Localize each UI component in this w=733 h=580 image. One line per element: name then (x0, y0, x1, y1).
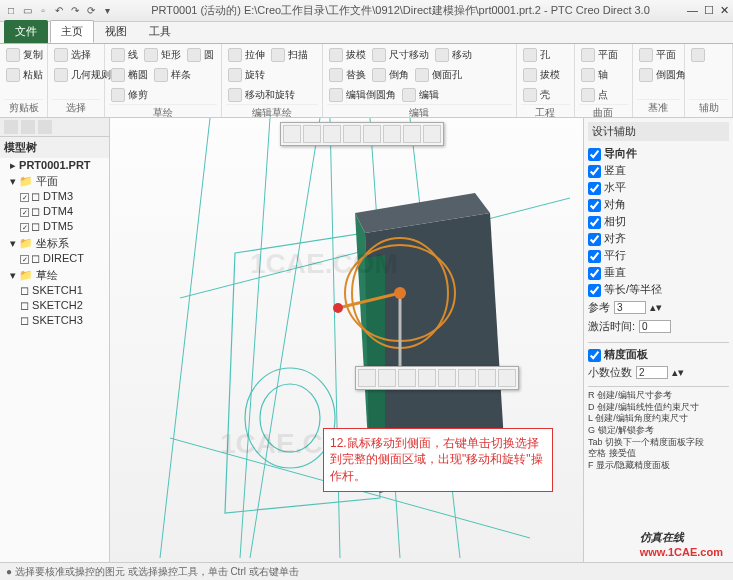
snap-check[interactable]: 相切 (588, 213, 729, 230)
cancel-icon[interactable] (498, 369, 516, 387)
tab-tools[interactable]: 工具 (138, 20, 182, 43)
refit-icon[interactable] (343, 125, 361, 143)
tab-view[interactable]: 视图 (94, 20, 138, 43)
ribbon-item[interactable]: 椭圆 (109, 66, 150, 84)
zoom-in-icon[interactable] (303, 125, 321, 143)
viewport[interactable]: 1CAE.COM 1CAE.COM 12.鼠标移动到侧面，右键单击切换选择到完整… (110, 118, 583, 562)
snap-check[interactable]: 等长/等半径 (588, 281, 729, 298)
ribbon-item[interactable]: 修剪 (109, 86, 150, 104)
tree-leaf[interactable]: ✓◻ DTM5 (20, 219, 109, 234)
regen-icon[interactable]: ⟳ (84, 4, 98, 18)
maximize-icon[interactable]: ☐ (704, 4, 714, 17)
tree-leaf[interactable]: ◻ SKETCH2 (20, 298, 109, 313)
open-icon[interactable]: ▭ (20, 4, 34, 18)
ribbon-item[interactable]: 壳 (521, 86, 552, 104)
ribbon-item[interactable]: 选择 (52, 46, 93, 64)
undo-icon[interactable]: ↶ (52, 4, 66, 18)
tab-file[interactable]: 文件 (4, 20, 48, 43)
spinner-icon[interactable]: ▴▾ (650, 301, 662, 314)
ribbon-item[interactable]: 移动 (433, 46, 474, 64)
ref-row[interactable]: 参考 ▴▾ (588, 298, 729, 317)
snap-check[interactable]: 垂直 (588, 264, 729, 281)
display-style-icon[interactable] (363, 125, 381, 143)
ribbon-item[interactable]: 拉伸 (226, 46, 267, 64)
window-buttons[interactable]: — ☐ ✕ (687, 4, 729, 17)
decimal-input[interactable] (636, 366, 668, 379)
model-3d[interactable] (110, 118, 570, 558)
annot-icon[interactable] (403, 125, 421, 143)
ribbon-item[interactable]: 平面 (637, 46, 678, 64)
tree-leaf[interactable]: ✓◻ DTM4 (20, 204, 109, 219)
guide-check[interactable]: 导向件 (588, 145, 729, 162)
ribbon-item[interactable]: 旋转 (226, 66, 267, 84)
ribbon-item[interactable]: 复制 (4, 46, 45, 64)
close-icon[interactable]: ✕ (720, 4, 729, 17)
tree-toolbar[interactable] (0, 118, 109, 137)
more-icon[interactable] (458, 369, 476, 387)
ribbon-item[interactable]: 移动和旋转 (226, 86, 297, 104)
group-label: 编辑 (327, 104, 512, 118)
tree-leaf[interactable]: ✓◻ DIRECT (20, 251, 109, 266)
tab-home[interactable]: 主页 (50, 20, 94, 43)
tree-leaf[interactable]: ✓◻ DTM3 (20, 189, 109, 204)
ribbon-item[interactable]: 编辑倒圆角 (327, 86, 398, 104)
ribbon-item[interactable]: 拔模 (521, 66, 562, 84)
ref-input[interactable] (614, 301, 646, 314)
check-icon[interactable] (478, 369, 496, 387)
ribbon-item[interactable]: 线 (109, 46, 140, 64)
ribbon-item[interactable]: 粘贴 (4, 66, 45, 84)
snap-check[interactable]: 平行 (588, 247, 729, 264)
snap-check[interactable]: 对齐 (588, 230, 729, 247)
ribbon-item[interactable]: 轴 (579, 66, 610, 84)
snap-check[interactable]: 水平 (588, 179, 729, 196)
snap-check[interactable]: 对角 (588, 196, 729, 213)
redo-icon[interactable]: ↷ (68, 4, 82, 18)
offset-icon[interactable] (418, 369, 436, 387)
save-icon[interactable]: ▫ (36, 4, 50, 18)
ribbon-item[interactable]: 样条 (152, 66, 193, 84)
tree-leaf[interactable]: ◻ SKETCH1 (20, 283, 109, 298)
tool-icon (54, 48, 68, 62)
ribbon-item[interactable]: 尺寸移动 (370, 46, 431, 64)
new-icon[interactable]: □ (4, 4, 18, 18)
ribbon-item[interactable]: 侧面孔 (413, 66, 464, 84)
zoom-fit-icon[interactable] (283, 125, 301, 143)
ribbon-item[interactable]: 编辑 (400, 86, 441, 104)
zoom-out-icon[interactable] (323, 125, 341, 143)
ribbon-item[interactable]: 倒圆角 (637, 66, 688, 84)
ribbon-item[interactable]: 替换 (327, 66, 368, 84)
ribbon-item[interactable]: 孔 (521, 46, 552, 64)
close-win-icon[interactable]: ▾ (100, 4, 114, 18)
view-toolbar[interactable] (280, 122, 444, 146)
grid-panel-check[interactable]: 精度面板 (588, 342, 729, 363)
datum-icon[interactable] (383, 125, 401, 143)
tree-leaf[interactable]: ◻ SKETCH3 (20, 313, 109, 328)
activation-input[interactable] (639, 320, 671, 333)
tree-root[interactable]: ▸ PRT0001.PRT▾ 📁 平面✓◻ DTM3✓◻ DTM4✓◻ DTM5… (0, 158, 109, 329)
decimal-row[interactable]: 小数位数 ▴▾ (588, 363, 729, 382)
spinner-icon[interactable]: ▴▾ (672, 366, 684, 379)
tool-icon (228, 68, 242, 82)
ribbon-item[interactable]: 圆 (185, 46, 216, 64)
ribbon-item[interactable]: 倒角 (370, 66, 411, 84)
context-toolbar[interactable] (355, 366, 519, 390)
tree-node[interactable]: ▾ 📁 平面✓◻ DTM3✓◻ DTM4✓◻ DTM5 (10, 173, 109, 235)
tree-node[interactable]: ▾ 📁 草绘◻ SKETCH1◻ SKETCH2◻ SKETCH3 (10, 267, 109, 329)
ribbon-item[interactable] (689, 46, 710, 64)
tree-node[interactable]: ▾ 📁 坐标系✓◻ DIRECT (10, 235, 109, 267)
quick-access-toolbar[interactable]: □ ▭ ▫ ↶ ↷ ⟳ ▾ (4, 4, 114, 18)
spin-icon[interactable] (423, 125, 441, 143)
delete-icon[interactable] (438, 369, 456, 387)
ribbon-item[interactable]: 平面 (579, 46, 620, 64)
copy-icon[interactable] (398, 369, 416, 387)
move-icon[interactable] (358, 369, 376, 387)
tool-icon (581, 68, 595, 82)
ribbon-item[interactable]: 拔模 (327, 46, 368, 64)
snap-check[interactable]: 竖直 (588, 162, 729, 179)
ribbon-item[interactable]: 点 (579, 86, 610, 104)
ribbon-item[interactable]: 扫描 (269, 46, 310, 64)
rotate-icon[interactable] (378, 369, 396, 387)
activation-row[interactable]: 激活时间: (588, 317, 729, 336)
minimize-icon[interactable]: — (687, 4, 698, 17)
ribbon-item[interactable]: 矩形 (142, 46, 183, 64)
